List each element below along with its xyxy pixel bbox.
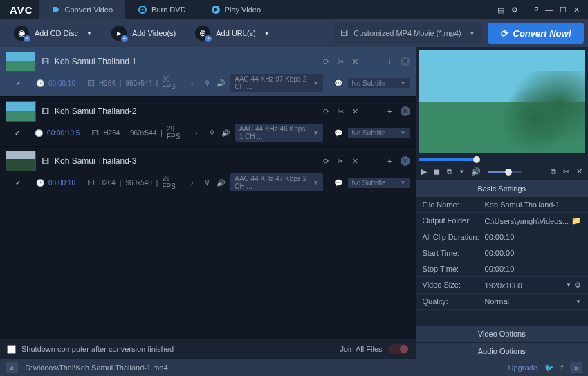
crop-icon[interactable]: ✕ (352, 57, 358, 66)
chevron-right-icon[interactable]: › (191, 179, 193, 187)
crop-icon[interactable]: ✕ (352, 107, 358, 116)
file-item[interactable]: 🎞 Koh Samui Thailand-1 ⟳ ✂ ✕ + ✕ ✓ 🕒00:0… (0, 47, 416, 97)
collapse-right-icon[interactable]: » (570, 362, 582, 373)
audio-track-select[interactable]: AAC 44 KHz 46 Kbps 1 CH ...▼ (235, 124, 323, 142)
chevron-down-icon: ▼ (401, 80, 406, 86)
film-icon: 🎞 (88, 79, 95, 87)
status-path: D:\videos\Thai\Koh Samui Thailand-1.mp4 (25, 364, 167, 372)
cd-icon: ◉ (14, 26, 29, 41)
upgrade-link[interactable]: Upgrade (508, 364, 538, 372)
add-cd-disc-button[interactable]: ◉ Add CD Disc ▼ (4, 19, 102, 47)
play-button[interactable]: ▶ (421, 167, 427, 176)
seek-bar[interactable] (419, 156, 585, 163)
subtitle-select[interactable]: No Subtitle▼ (348, 178, 410, 188)
shutdown-checkbox[interactable] (7, 345, 16, 354)
film-icon: 🎞 (340, 29, 348, 37)
subtitle-label: No Subtitle (352, 129, 386, 137)
button-label: Add Video(s) (132, 29, 176, 37)
cut-icon[interactable]: ✂ (338, 157, 344, 166)
crop-icon[interactable]: ✕ (576, 167, 582, 176)
folder-icon[interactable]: 📁 (571, 216, 581, 225)
join-all-toggle[interactable] (388, 344, 409, 354)
speaker-icon: 🔊 (217, 79, 225, 87)
maximize-icon[interactable]: ☐ (560, 6, 567, 15)
audio-icon: 🎙 (204, 79, 211, 87)
file-duration: 00:00:10 (48, 179, 75, 187)
file-thumbnail (6, 51, 36, 72)
chevron-right-icon[interactable]: › (191, 79, 193, 87)
settings-row-quality: Quality:Normal▼ (416, 294, 588, 310)
file-list: 🎞 Koh Samui Thailand-1 ⟳ ✂ ✕ + ✕ ✓ 🕒00:0… (0, 47, 416, 339)
copy-icon[interactable]: ⧉ (551, 167, 556, 176)
volume-slider[interactable] (488, 171, 522, 173)
settings-row-clipdur: All Clip Duration:00:00:10 (416, 229, 588, 245)
output-profile-select[interactable]: 🎞 Customized MP4 Movie (*.mp4) ▼ (333, 23, 481, 44)
subtitle-icon: 💬 (334, 129, 342, 137)
add-icon[interactable]: + (387, 107, 392, 115)
globe-icon: ⊕ (195, 26, 210, 41)
chevron-right-icon[interactable]: › (195, 129, 197, 137)
profile-label: Customized MP4 Movie (*.mp4) (353, 29, 461, 37)
tab-burn-dvd[interactable]: Burn DVD (125, 0, 199, 19)
remove-icon[interactable]: ✕ (401, 106, 410, 116)
tab-label: Convert Video (65, 6, 113, 14)
remove-icon[interactable]: ✕ (401, 156, 410, 166)
check-icon[interactable]: ✓ (15, 129, 20, 137)
play-icon (211, 5, 221, 15)
chevron-down-icon: ▼ (470, 30, 475, 37)
join-all-label: Join All Files (340, 345, 382, 353)
file-fps: 30 FPS (162, 75, 175, 91)
toolbar: ◉ Add CD Disc ▼ ▸ Add Video(s) ⊕ Add URL… (0, 19, 588, 47)
speaker-icon: 🔊 (217, 179, 225, 187)
file-item[interactable]: 🎞 Koh Samui Thailand-3 ⟳ ✂ ✕ + ✕ ✓ 🕒00:0… (0, 147, 416, 196)
crop-icon[interactable]: ✕ (352, 157, 358, 166)
file-codec: H264 (99, 79, 116, 87)
subtitle-select[interactable]: No Subtitle▼ (348, 128, 410, 138)
subtitle-select[interactable]: No Subtitle▼ (348, 78, 410, 88)
player-controls: ▶ ◼ ⧉ ▼ 🔊 ⧉ ✂ ✕ (416, 163, 588, 180)
refresh-icon[interactable]: ⟳ (323, 107, 329, 116)
gear-icon[interactable]: ⚙ (511, 6, 518, 15)
collapse-left-icon[interactable]: « (6, 362, 18, 373)
refresh-icon[interactable]: ⟳ (323, 57, 329, 66)
chevron-down-icon[interactable]: ▼ (459, 169, 465, 175)
cut-icon[interactable]: ✂ (338, 57, 344, 66)
twitter-icon[interactable]: 🐦 (544, 364, 554, 373)
file-item[interactable]: 🎞 Koh Samui Thailand-2 ⟳ ✂ ✕ + ✕ ✓ 🕒00:0… (0, 97, 416, 147)
shutdown-label: Shutdown computer after conversion finis… (21, 345, 174, 353)
minimize-icon[interactable]: — (545, 6, 553, 14)
close-icon[interactable]: ✕ (573, 6, 580, 15)
file-codec: H264 (99, 179, 116, 187)
help-icon[interactable]: ? (534, 6, 538, 14)
subtitle-icon: 💬 (334, 79, 342, 87)
remove-icon[interactable]: ✕ (401, 57, 410, 66)
settings-row-vsize: Video Size:1920x1080▼⚙ (416, 277, 588, 294)
convert-now-button[interactable]: ⟳ Convert Now! (488, 23, 585, 44)
stop-button[interactable]: ◼ (434, 167, 440, 176)
settings-panel: Basic Settings File Name:Koh Samui Thail… (416, 180, 588, 325)
snapshot-icon[interactable]: ⧉ (447, 167, 452, 176)
refresh-icon[interactable]: ⟳ (323, 157, 329, 166)
tab-convert-video[interactable]: Convert Video (39, 0, 126, 19)
check-icon[interactable]: ✓ (15, 79, 21, 87)
check-icon[interactable]: ✓ (15, 179, 21, 187)
audio-options-button[interactable]: Audio Options (416, 343, 588, 359)
audio-track-select[interactable]: AAC 44 KHz 97 Kbps 2 CH ...▼ (230, 74, 322, 92)
add-videos-button[interactable]: ▸ Add Video(s) (102, 19, 185, 47)
tab-play-video[interactable]: Play Video (199, 0, 273, 19)
title-bar: AVC Convert Video Burn DVD Play Video ▤ … (0, 0, 588, 19)
audio-track-select[interactable]: AAC 44 KHz 47 Kbps 2 CH ...▼ (230, 173, 322, 191)
video-options-button[interactable]: Video Options (416, 326, 588, 342)
menu-icon[interactable]: ▤ (497, 6, 504, 15)
cut-icon[interactable]: ✂ (338, 107, 344, 116)
add-icon[interactable]: + (387, 157, 392, 165)
preview-pane[interactable] (419, 50, 585, 153)
facebook-icon[interactable]: f (561, 364, 563, 372)
settings-row-stop: Stop Time:00:00:10 (416, 261, 588, 277)
file-res: 960x544 (130, 129, 156, 137)
add-urls-button[interactable]: ⊕ Add URL(s) ▼ (185, 19, 279, 47)
volume-icon[interactable]: 🔊 (471, 167, 481, 176)
gear-icon[interactable]: ⚙ (574, 281, 581, 290)
add-icon[interactable]: + (387, 57, 392, 66)
cut-icon[interactable]: ✂ (563, 167, 569, 176)
